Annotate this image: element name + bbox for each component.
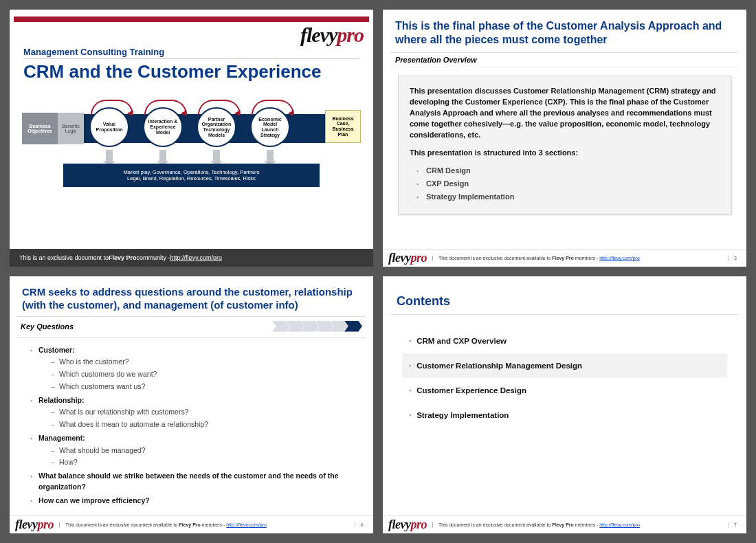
- contents-item: Strategy Implementation: [402, 403, 727, 428]
- step-circle: Value Proposition: [89, 107, 129, 147]
- step-circle: Economic Model Launch Strategy: [250, 107, 290, 147]
- business-case-box: Business Case, Business Plan: [325, 110, 361, 143]
- list-subitem: Which customers do we want?: [51, 369, 357, 380]
- footer-link[interactable]: http://flevy.com/pro: [599, 522, 640, 527]
- down-arrow-icon: [159, 150, 166, 161]
- overview-item: CRM Design: [419, 166, 720, 177]
- list-subitem: What is our relationship with customers?: [51, 407, 357, 418]
- list-subitem: Who is the customer?: [51, 357, 357, 368]
- footer-text-post: community -: [137, 254, 170, 261]
- slide-grid: flevypro Management Consulting Training …: [10, 10, 746, 533]
- key-questions-label: Key Questions: [21, 322, 74, 331]
- footer-text: This document is an exclusive document a…: [432, 256, 640, 261]
- progress-chevrons: [74, 321, 362, 332]
- page-number: 3: [728, 255, 741, 261]
- overview-para1: This presentation discusses Customer Rel…: [410, 87, 716, 139]
- slide-1: flevypro Management Consulting Training …: [10, 10, 373, 267]
- business-objectives-box: Business Objectives: [22, 113, 58, 144]
- contents-item: CRM and CXP Overview: [402, 329, 727, 353]
- red-bar: [14, 16, 369, 22]
- list-subitem: What should be managed?: [51, 445, 357, 456]
- overview-list: CRM Design CXP Design Strategy Implement…: [410, 166, 720, 203]
- overview-box: This presentation discusses Customer Rel…: [398, 76, 731, 214]
- logo-part1: flevy: [300, 23, 337, 46]
- step-circle: Partner Organization Technology Models: [197, 107, 236, 147]
- contents-item: Customer Experience Design: [402, 378, 727, 403]
- list-item-bold: How can we improve efficiency?: [30, 496, 357, 507]
- down-arrow-icon: [267, 150, 274, 161]
- hr: [16, 316, 366, 317]
- slide-title: This is the final phase of the Customer …: [383, 10, 746, 51]
- overview-item: CXP Design: [419, 179, 720, 190]
- footer-text-pre: This is an exclusive document to: [19, 254, 109, 261]
- flevypro-logo: flevypro: [388, 251, 427, 265]
- process-diagram: Business Objectives Benefits Logic Value…: [22, 95, 361, 191]
- page-number: 7: [728, 522, 741, 528]
- considerations-line2: Legal, Brand, Regulation, Resources, Tim…: [127, 175, 256, 181]
- hr: [391, 314, 738, 315]
- considerations-line1: Market play, Governance, Operations, Tec…: [123, 169, 259, 175]
- subtitle: Management Consulting Training: [23, 47, 359, 59]
- logo-row: flevypro: [10, 22, 373, 47]
- down-arrow-icon: [213, 150, 220, 161]
- step-circle: Interaction & Experience Model: [143, 107, 183, 147]
- overview-item: Strategy Implementation: [419, 192, 720, 203]
- contents-item-highlight: Customer Relationship Management Design: [402, 353, 727, 378]
- flevypro-logo: flevypro: [300, 23, 364, 47]
- footer-link[interactable]: http://flevy.com/pro: [599, 256, 640, 261]
- title-block: Management Consulting Training CRM and t…: [10, 47, 373, 87]
- contents-list: CRM and CXP Overview Customer Relationsh…: [383, 329, 746, 428]
- slide-subtitle: Presentation Overview: [390, 52, 740, 67]
- footer-link[interactable]: http://flevy.com/pro: [170, 254, 222, 261]
- slide-footer: flevypro This document is an exclusive d…: [10, 516, 373, 533]
- list-subitem: Which customers want us?: [51, 381, 357, 392]
- list-item: Relationship: What is our relationship w…: [30, 395, 357, 430]
- list-subitem: What does it mean to automate a relation…: [51, 419, 357, 430]
- page-number: 6: [355, 522, 368, 528]
- down-arrow-icon: [106, 150, 113, 161]
- list-subitem: How?: [51, 457, 357, 468]
- footer-text: This document is an exclusive document a…: [432, 522, 640, 527]
- list-item-bold: What balance should we strike between th…: [30, 471, 357, 493]
- logo-part2: pro: [337, 23, 364, 46]
- slide-footer: This is an exclusive document to Flevy P…: [10, 249, 373, 267]
- footer-text: This document is an exclusive document a…: [59, 522, 267, 527]
- benefits-logic-box: Benefits Logic: [58, 113, 84, 144]
- list-item: Customer: Who is the customer? Which cus…: [30, 345, 357, 392]
- footer-text-bold: Flevy Pro: [109, 254, 137, 261]
- flevypro-logo: flevypro: [15, 518, 54, 532]
- slide-3: CRM seeks to address questions around th…: [10, 276, 373, 533]
- slide-2: This is the final phase of the Customer …: [383, 10, 746, 267]
- overview-para2: This presentation is structured into 3 s…: [410, 148, 578, 157]
- chevron-icon: [272, 321, 290, 332]
- considerations-box: Market play, Governance, Operations, Tec…: [63, 164, 320, 187]
- kq-row: Key Questions: [10, 318, 373, 336]
- footer-link[interactable]: http://flevy.com/pro: [226, 522, 267, 527]
- slide-4: Contents CRM and CXP Overview Customer R…: [383, 276, 746, 533]
- slide-footer: flevypro This document is an exclusive d…: [383, 516, 746, 533]
- slide-footer: flevypro This document is an exclusive d…: [383, 249, 746, 267]
- title: CRM and the Customer Experience: [23, 62, 359, 82]
- hr: [16, 337, 366, 338]
- flevypro-logo: flevypro: [388, 518, 427, 532]
- questions-body: Customer: Who is the customer? Which cus…: [10, 340, 373, 513]
- slide-title: CRM seeks to address questions around th…: [10, 276, 373, 315]
- slide-title: Contents: [383, 276, 746, 313]
- list-item: Management: What should be managed? How?: [30, 433, 357, 468]
